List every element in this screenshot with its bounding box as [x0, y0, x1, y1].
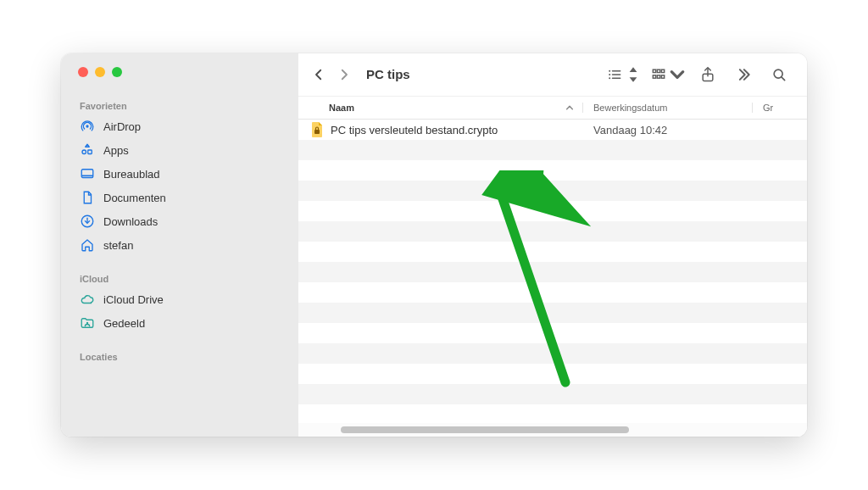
file-date: Vandaag 10:42	[583, 124, 753, 136]
minimize-window-button[interactable]	[95, 67, 105, 77]
encrypted-file-icon	[310, 121, 324, 138]
finder-window: Favorieten AirDrop Apps	[61, 53, 807, 437]
svg-rect-2	[88, 150, 92, 154]
sidebar-item-icloud-drive[interactable]: iCloud Drive	[75, 287, 285, 311]
view-mode-button[interactable]	[605, 63, 643, 86]
sidebar-section-label: iCloud	[80, 274, 280, 284]
svg-point-12	[609, 77, 610, 79]
column-name-label: Naam	[329, 103, 354, 113]
sidebar-item-documents[interactable]: Documenten	[75, 186, 285, 209]
sidebar: Favorieten AirDrop Apps	[61, 53, 298, 437]
more-button[interactable]	[729, 63, 758, 86]
sidebar-section-icloud: iCloud Drive Gedeeld	[75, 287, 285, 335]
svg-point-10	[609, 70, 610, 71]
main-pane: PC tips Naam	[298, 53, 807, 437]
sidebar-item-label: Gedeeld	[103, 317, 145, 330]
downloads-icon	[80, 214, 95, 229]
svg-line-21	[782, 76, 785, 80]
search-button[interactable]	[765, 63, 793, 86]
svg-point-0	[86, 125, 88, 127]
sidebar-item-apps[interactable]: Apps	[75, 138, 285, 162]
column-size-label: Gr	[763, 103, 773, 113]
cloud-icon	[80, 292, 95, 307]
svg-point-11	[609, 74, 610, 75]
sidebar-item-airdrop[interactable]: AirDrop	[75, 114, 285, 138]
sort-up-icon	[565, 103, 574, 112]
maximize-window-button[interactable]	[112, 67, 122, 77]
column-date[interactable]: Bewerkingsdatum	[583, 103, 753, 113]
forward-button[interactable]	[332, 63, 356, 86]
sidebar-section-label: Locaties	[80, 352, 280, 362]
scrollbar-thumb[interactable]	[341, 426, 629, 433]
svg-rect-3	[81, 170, 93, 178]
sidebar-item-desktop[interactable]: Bureaublad	[75, 162, 285, 186]
sidebar-item-label: Bureaublad	[103, 168, 160, 181]
close-window-button[interactable]	[78, 67, 88, 77]
sidebar-item-label: iCloud Drive	[103, 293, 164, 306]
file-name: PC tips versleuteld bestand.crypto	[331, 124, 498, 136]
window-title: PC tips	[366, 67, 410, 81]
sidebar-section-label: Favorieten	[80, 101, 280, 111]
svg-rect-16	[653, 75, 655, 77]
home-icon	[80, 237, 95, 253]
svg-rect-17	[657, 75, 659, 77]
file-row[interactable]: PC tips versleuteld bestand.crypto Vanda…	[298, 120, 807, 140]
svg-rect-13	[653, 70, 655, 72]
group-by-button[interactable]	[649, 63, 687, 86]
nav-arrows	[307, 63, 356, 86]
horizontal-scrollbar[interactable]	[298, 423, 807, 437]
window-controls	[75, 67, 285, 96]
column-date-label: Bewerkingsdatum	[593, 103, 667, 113]
sidebar-item-label: AirDrop	[103, 120, 141, 133]
svg-rect-14	[657, 70, 659, 72]
airdrop-icon	[80, 119, 95, 134]
column-size[interactable]: Gr	[753, 103, 807, 113]
sidebar-item-label: Documenten	[103, 192, 166, 204]
sidebar-item-shared[interactable]: Gedeeld	[75, 311, 285, 335]
back-button[interactable]	[307, 63, 331, 86]
svg-point-1	[82, 150, 86, 154]
sidebar-item-downloads[interactable]: Downloads	[75, 209, 285, 233]
share-button[interactable]	[693, 63, 722, 86]
sidebar-item-label: Apps	[103, 144, 129, 157]
sidebar-section-favorites: AirDrop Apps Bureaublad	[75, 114, 285, 257]
desktop-icon	[80, 166, 95, 181]
apps-icon	[80, 142, 95, 158]
file-list: PC tips versleuteld bestand.crypto Vanda…	[298, 120, 807, 437]
svg-rect-22	[314, 130, 320, 134]
sidebar-item-home[interactable]: stefan	[75, 233, 285, 257]
svg-rect-15	[661, 70, 664, 72]
toolbar: PC tips	[298, 53, 807, 96]
shared-folder-icon	[80, 315, 95, 331]
sidebar-item-label: stefan	[103, 239, 133, 252]
column-name[interactable]: Naam	[298, 103, 583, 113]
documents-icon	[80, 190, 95, 205]
column-headers: Naam Bewerkingsdatum Gr	[298, 96, 807, 120]
sidebar-item-label: Downloads	[103, 215, 158, 228]
svg-rect-18	[661, 75, 664, 77]
